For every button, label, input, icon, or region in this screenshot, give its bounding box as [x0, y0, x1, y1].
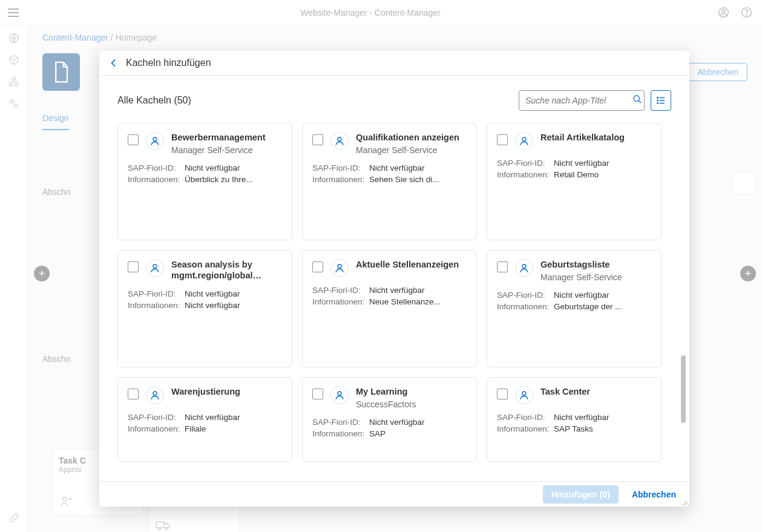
tile-card[interactable]: My LearningSuccessFactorsSAP-Fiori-ID:Ni…	[302, 377, 477, 462]
tile-checkbox[interactable]	[128, 134, 139, 145]
meta-key-info: Informationen:	[312, 175, 364, 184]
svg-point-19	[338, 137, 341, 141]
meta-val-info: Sehen Sie sich di...	[369, 175, 467, 184]
person-icon	[146, 132, 164, 150]
meta-key-fiori: SAP-Fiori-ID:	[312, 418, 364, 427]
svg-point-18	[153, 137, 157, 141]
tile-card[interactable]: Season analysis by mgmt.region/global br…	[117, 250, 292, 367]
meta-val-fiori: Nicht verfügbar	[554, 291, 651, 300]
tile-list: BewerbermanagementManager Self-ServiceSA…	[99, 113, 689, 481]
meta-key-info: Informationen:	[128, 301, 180, 310]
svg-point-17	[657, 103, 659, 104]
tile-subtitle: Manager Self-Service	[171, 145, 282, 155]
search-input[interactable]	[525, 96, 632, 105]
person-icon	[515, 132, 533, 150]
tile-checkbox[interactable]	[497, 389, 508, 399]
meta-val-fiori: Nicht verfügbar	[185, 413, 282, 422]
scrollbar-thumb[interactable]	[681, 355, 686, 423]
meta-val-fiori: Nicht verfügbar	[185, 163, 282, 172]
svg-point-23	[522, 264, 526, 268]
tile-checkbox[interactable]	[312, 389, 323, 399]
meta-key-fiori: SAP-Fiori-ID:	[312, 286, 364, 295]
tile-checkbox[interactable]	[128, 261, 139, 272]
person-icon	[330, 386, 349, 404]
meta-key-fiori: SAP-Fiori-ID:	[312, 163, 364, 172]
meta-val-fiori: Nicht verfügbar	[185, 289, 282, 298]
meta-val-info: Retail Demo	[554, 170, 651, 179]
sort-button[interactable]	[651, 90, 671, 111]
tile-subtitle: SuccessFactors	[356, 399, 467, 409]
meta-key-fiori: SAP-Fiori-ID:	[128, 413, 180, 422]
dialog-header: Kacheln hinzufügen	[99, 51, 689, 76]
add-button[interactable]: Hinzufügen (0)	[543, 485, 619, 504]
tile-checkbox[interactable]	[312, 261, 323, 272]
meta-key-info: Informationen:	[312, 297, 364, 306]
tile-title: Qualifikationen anzeigen	[356, 132, 467, 143]
tile-subtitle: Manager Self-Service	[356, 145, 467, 155]
meta-val-info: Überblick zu Ihre...	[185, 175, 282, 184]
meta-key-info: Informationen:	[497, 424, 549, 433]
meta-key-fiori: SAP-Fiori-ID:	[497, 159, 549, 168]
resize-handle[interactable]	[680, 497, 688, 505]
meta-key-fiori: SAP-Fiori-ID:	[497, 413, 549, 422]
meta-val-info: SAP	[369, 429, 467, 438]
search-icon[interactable]	[632, 94, 642, 107]
svg-point-15	[657, 97, 659, 99]
tile-checkbox[interactable]	[312, 134, 323, 145]
tile-card[interactable]: Retail ArtikelkatalogSAP-Fiori-ID:Nicht …	[487, 123, 662, 240]
meta-key-info: Informationen:	[497, 170, 549, 179]
tile-card[interactable]: WarenjustierungSAP-Fiori-ID:Nicht verfüg…	[117, 377, 292, 462]
tile-card[interactable]: BewerbermanagementManager Self-ServiceSA…	[117, 123, 292, 240]
svg-point-20	[522, 137, 526, 141]
meta-key-fiori: SAP-Fiori-ID:	[128, 289, 180, 298]
add-tiles-dialog: Kacheln hinzufügen Alle Kacheln (50) Bew…	[99, 51, 689, 507]
tile-checkbox[interactable]	[497, 261, 508, 272]
svg-point-26	[522, 392, 526, 395]
back-button[interactable]	[109, 58, 119, 68]
dialog-footer: Hinzufügen (0) Abbrechen	[99, 481, 689, 507]
tile-checkbox[interactable]	[497, 134, 508, 145]
search-field[interactable]	[519, 90, 645, 111]
tile-title: Season analysis by mgmt.region/global br…	[171, 259, 282, 281]
person-icon	[515, 259, 533, 277]
svg-point-24	[153, 392, 157, 395]
svg-point-14	[634, 96, 639, 101]
person-icon	[146, 259, 164, 277]
person-icon	[515, 386, 533, 404]
tile-card[interactable]: Task CenterSAP-Fiori-ID:Nicht verfügbarI…	[487, 377, 662, 462]
meta-val-fiori: Nicht verfügbar	[554, 413, 651, 422]
person-icon	[330, 132, 349, 150]
meta-key-info: Informationen:	[312, 429, 364, 438]
dialog-title: Kacheln hinzufügen	[126, 57, 211, 68]
meta-val-info: SAP Tasks	[554, 424, 651, 433]
tile-title: Aktuelle Stellenanzeigen	[356, 259, 467, 270]
meta-val-info: Nicht verfügbar	[185, 301, 282, 310]
meta-key-info: Informationen:	[128, 424, 180, 433]
tiles-count-label: Alle Kacheln (50)	[117, 95, 191, 106]
meta-key-info: Informationen:	[497, 302, 549, 311]
meta-key-info: Informationen:	[128, 175, 180, 184]
svg-point-21	[153, 264, 157, 268]
meta-val-fiori: Nicht verfügbar	[554, 159, 651, 168]
person-icon	[330, 259, 349, 277]
meta-val-fiori: Nicht verfügbar	[369, 163, 467, 172]
tile-subtitle: Manager Self-Service	[540, 272, 651, 282]
meta-val-fiori: Nicht verfügbar	[369, 418, 467, 427]
person-icon	[146, 386, 164, 404]
meta-val-info: Neue Stellenanze...	[369, 297, 467, 306]
tile-title: Retail Artikelkatalog	[540, 132, 651, 143]
meta-val-info: Geburtstage der ...	[554, 302, 651, 311]
tile-checkbox[interactable]	[128, 389, 139, 399]
dialog-toolbar: Alle Kacheln (50)	[99, 76, 689, 113]
meta-key-fiori: SAP-Fiori-ID:	[128, 163, 180, 172]
tile-title: Bewerbermanagement	[171, 132, 282, 143]
tile-card[interactable]: Qualifikationen anzeigenManager Self-Ser…	[302, 123, 477, 240]
meta-val-info: Filiale	[185, 424, 282, 433]
dialog-cancel-button[interactable]: Abbrechen	[632, 490, 676, 499]
svg-point-16	[657, 100, 659, 101]
tile-title: My Learning	[356, 386, 467, 397]
tile-card[interactable]: Aktuelle StellenanzeigenSAP-Fiori-ID:Nic…	[302, 250, 477, 367]
svg-point-22	[338, 264, 341, 268]
tile-card[interactable]: GeburtstagslisteManager Self-ServiceSAP-…	[487, 250, 662, 367]
meta-key-fiori: SAP-Fiori-ID:	[497, 291, 549, 300]
